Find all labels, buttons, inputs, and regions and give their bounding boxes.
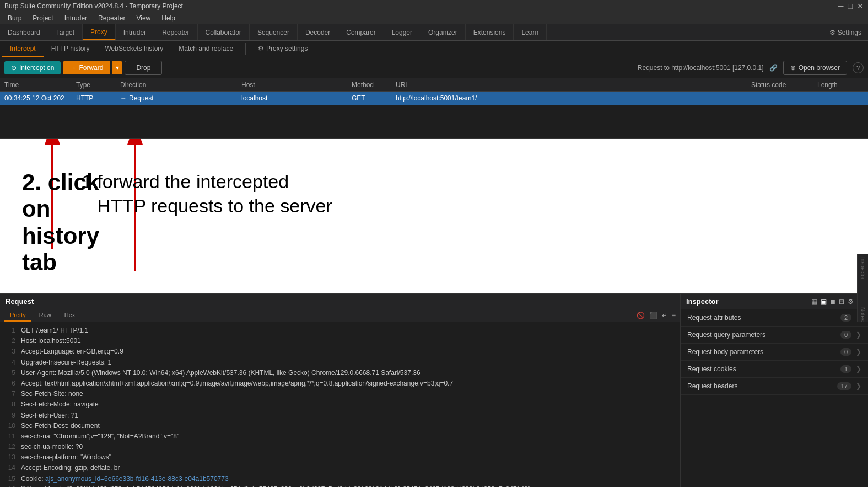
tab-intruder[interactable]: Intruder bbox=[116, 24, 154, 40]
sub-tab-bar: Intercept HTTP history WebSockets histor… bbox=[0, 41, 868, 57]
tab-target[interactable]: Target bbox=[48, 24, 83, 40]
menu-view[interactable]: View bbox=[132, 13, 155, 23]
tab-decoder[interactable]: Decoder bbox=[298, 24, 338, 40]
tab-pretty[interactable]: Pretty bbox=[4, 309, 31, 322]
code-line-16: 16If-None-Match: "2c06f1bb433d252a1eb544… bbox=[0, 484, 680, 487]
open-browser-button[interactable]: ⊕ Open browser bbox=[783, 61, 847, 75]
menu-help[interactable]: Help bbox=[157, 13, 180, 23]
tab-dashboard[interactable]: Dashboard bbox=[0, 24, 48, 40]
maximize-button[interactable]: □ bbox=[848, 2, 853, 10]
side-notes-icon[interactable]: Notes bbox=[860, 307, 866, 322]
tab-collaborator[interactable]: Collaborator bbox=[198, 24, 250, 40]
annotation-area: 2. clickonhistorytab 1.forward the inter… bbox=[0, 139, 868, 293]
inspector-grid-icon[interactable]: ▣ bbox=[821, 298, 827, 306]
inspector-chevron-body-params: ❯ bbox=[856, 348, 861, 356]
request-panel: Request Pretty Raw Hex 🚫 ⬛ ↵ ≡ 1GET /tea… bbox=[0, 294, 681, 487]
side-inspector-icon[interactable]: Inspector bbox=[860, 257, 866, 280]
subtab-websockets-history[interactable]: WebSockets history bbox=[98, 41, 171, 57]
inspector-row-attributes[interactable]: Request attributes 2 ❯ bbox=[681, 309, 868, 327]
inspector-chevron-headers: ❯ bbox=[856, 382, 861, 390]
inspector-badge-attributes: 2 bbox=[840, 314, 851, 322]
newline-icon[interactable]: ↵ bbox=[662, 312, 667, 319]
intercept-button[interactable]: ⊙ Intercept on bbox=[4, 61, 61, 74]
direction-arrow-icon: → bbox=[120, 94, 127, 102]
link-icon[interactable]: 🔗 bbox=[769, 64, 778, 72]
menu-burp[interactable]: Burp bbox=[3, 13, 26, 23]
gear-icon: ⚙ bbox=[258, 45, 264, 52]
code-line-6: 6Accept: text/html,application/xhtml+xml… bbox=[0, 378, 680, 389]
code-line-7: 7Sec-Fetch-Site: none bbox=[0, 389, 680, 399]
inspector-row-query-params[interactable]: Request query parameters 0 ❯ bbox=[681, 327, 868, 344]
table-row[interactable]: 00:34:25 12 Oct 202 HTTP → Request local… bbox=[0, 92, 868, 105]
inspector-sort-icon[interactable]: ≣ bbox=[830, 298, 835, 306]
tab-repeater[interactable]: Repeater bbox=[154, 24, 197, 40]
code-line-9: 9Sec-Fetch-User: ?1 bbox=[0, 410, 680, 421]
inspector-filter-icon[interactable]: ⊟ bbox=[839, 298, 844, 306]
col-header-type: Type bbox=[72, 81, 116, 89]
tab-extensions[interactable]: Extensions bbox=[466, 24, 514, 40]
inspector-row-right-headers: 17 ❯ bbox=[837, 382, 861, 390]
tab-sequencer[interactable]: Sequencer bbox=[250, 24, 298, 40]
intercept-icon: ⊙ bbox=[11, 64, 17, 72]
annotation-step1: 1.forward the intercepted HTTP requests … bbox=[82, 169, 332, 218]
cell-method: GET bbox=[347, 94, 391, 102]
subtab-intercept[interactable]: Intercept bbox=[2, 41, 44, 57]
tab-proxy[interactable]: Proxy bbox=[83, 24, 116, 40]
code-line-12: 12sec-ch-ua-mobile: ?0 bbox=[0, 442, 680, 452]
code-line-8: 8Sec-Fetch-Mode: navigate bbox=[0, 399, 680, 410]
copy-icon[interactable]: ⬛ bbox=[649, 312, 657, 319]
minimize-button[interactable]: ─ bbox=[838, 2, 844, 10]
close-button[interactable]: ✕ bbox=[857, 2, 864, 10]
forward-button[interactable]: → Forward bbox=[63, 61, 110, 74]
inspector-row-headers[interactable]: Request headers 17 ❯ bbox=[681, 378, 868, 395]
inspector-row-cookies[interactable]: Request cookies 1 ❯ bbox=[681, 361, 868, 378]
inspector-label-cookies: Request cookies bbox=[687, 365, 736, 373]
inspector-controls: ▦ ▣ ≣ ⊟ ⚙ ✕ bbox=[811, 298, 862, 306]
menu-bar: Burp Project Intruder Repeater View Help bbox=[0, 12, 868, 24]
code-line-10: 10Sec-Fetch-Dest: document bbox=[0, 421, 680, 431]
menu-project[interactable]: Project bbox=[28, 13, 57, 23]
help-button[interactable]: ? bbox=[853, 62, 864, 73]
inspector-row-body-params[interactable]: Request body parameters 0 ❯ bbox=[681, 344, 868, 361]
title-bar: Burp Suite Community Edition v2024.8.4 -… bbox=[0, 0, 868, 12]
tab-organizer[interactable]: Organizer bbox=[420, 24, 466, 40]
menu-icon[interactable]: ≡ bbox=[672, 312, 676, 319]
col-header-direction: Direction bbox=[116, 81, 237, 89]
inspector-label-attributes: Request attributes bbox=[687, 314, 741, 322]
subtab-proxy-settings[interactable]: ⚙ Proxy settings bbox=[250, 41, 315, 57]
menu-intruder[interactable]: Intruder bbox=[60, 13, 91, 23]
request-panel-header: Request bbox=[0, 294, 680, 309]
code-line-13: 13sec-ch-ua-platform: "Windows" bbox=[0, 452, 680, 463]
bottom-section: Request Pretty Raw Hex 🚫 ⬛ ↵ ≡ 1GET /tea… bbox=[0, 293, 868, 487]
forward-dropdown-button[interactable]: ▾ bbox=[112, 61, 122, 74]
inspector-list-icon[interactable]: ▦ bbox=[811, 298, 817, 306]
tab-learn[interactable]: Learn bbox=[514, 24, 547, 40]
no-intercept-icon[interactable]: 🚫 bbox=[637, 312, 645, 319]
code-line-1: 1GET /team1/ HTTP/1.1 bbox=[0, 325, 680, 336]
subtab-http-history[interactable]: HTTP history bbox=[44, 41, 98, 57]
tab-raw[interactable]: Raw bbox=[34, 309, 57, 322]
settings-tab[interactable]: ⚙ Settings bbox=[823, 24, 868, 40]
cell-host: localhost bbox=[237, 94, 347, 102]
inspector-chevron-query-params: ❯ bbox=[856, 331, 861, 339]
inspector-badge-cookies: 1 bbox=[840, 365, 851, 373]
table-header-row: Time Type Direction Host Method URL Stat… bbox=[0, 78, 868, 92]
code-line-5: 5User-Agent: Mozilla/5.0 (Windows NT 10.… bbox=[0, 368, 680, 378]
inspector-badge-body-params: 0 bbox=[840, 348, 851, 356]
inspector-row-right-cookies: 1 ❯ bbox=[840, 365, 861, 373]
window-controls: ─ □ ✕ bbox=[838, 2, 864, 10]
inspector-chevron-cookies: ❯ bbox=[856, 365, 861, 373]
tab-logger[interactable]: Logger bbox=[384, 24, 420, 40]
main-tab-bar: Dashboard Target Proxy Intruder Repeater… bbox=[0, 24, 868, 41]
menu-repeater[interactable]: Repeater bbox=[94, 13, 130, 23]
col-header-url: URL bbox=[391, 81, 747, 89]
subtab-match-replace[interactable]: Match and replace bbox=[171, 41, 241, 57]
inspector-settings-icon[interactable]: ⚙ bbox=[848, 298, 854, 306]
tab-comparer[interactable]: Comparer bbox=[338, 24, 384, 40]
request-panel-tabs: Pretty Raw Hex 🚫 ⬛ ↵ ≡ bbox=[0, 309, 680, 322]
inspector-label-body-params: Request body parameters bbox=[687, 348, 763, 356]
request-code-area[interactable]: 1GET /team1/ HTTP/1.1 2Host: localhost:5… bbox=[0, 322, 680, 487]
drop-button[interactable]: Drop bbox=[125, 61, 162, 75]
side-panel-icons: Inspector Notes bbox=[857, 254, 868, 322]
tab-hex[interactable]: Hex bbox=[59, 309, 81, 322]
